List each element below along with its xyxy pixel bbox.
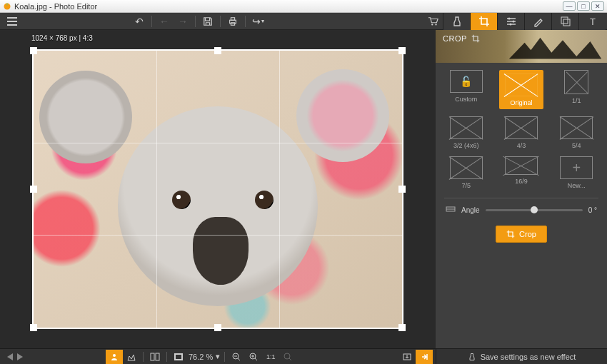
plus-icon: +: [572, 161, 581, 175]
svg-rect-1: [6, 3, 8, 5]
top-toolbar: ↶ ← → ↪▾ T: [0, 13, 607, 30]
save-button[interactable]: [199, 13, 217, 30]
import-button[interactable]: [398, 350, 416, 364]
angle-row: Angle 0 °: [443, 206, 600, 214]
zoom-out-button[interactable]: [228, 350, 245, 364]
crop-handle-sw[interactable]: [30, 324, 37, 331]
crop-handle-s[interactable]: [214, 324, 221, 331]
dimensions-label: 1024 × 768 px | 4:3: [31, 34, 93, 42]
angle-slider[interactable]: [486, 209, 583, 211]
save-effect-button[interactable]: Save settings as new effect: [436, 349, 607, 364]
cart-button[interactable]: [424, 13, 443, 30]
window-title: Koala.jpg - Photo Editor: [14, 2, 97, 11]
window-titlebar: Koala.jpg - Photo Editor — □ ✕: [0, 0, 607, 13]
window-maximize-button[interactable]: □: [577, 1, 590, 11]
export-button[interactable]: ↪▾: [249, 13, 267, 30]
window-close-button[interactable]: ✕: [591, 1, 604, 11]
svg-line-26: [255, 358, 257, 360]
tab-effects[interactable]: [443, 13, 470, 30]
ratio-16-9[interactable]: 16/9: [499, 156, 543, 189]
prev-image-button[interactable]: [7, 353, 13, 360]
app-icon: [3, 2, 11, 11]
ratio-label: New...: [568, 182, 586, 189]
forward-button[interactable]: →: [174, 13, 192, 30]
ratio-1-1[interactable]: 1/1: [554, 70, 598, 109]
panel-header-art: [503, 31, 603, 61]
angle-value: 0 °: [588, 206, 597, 214]
ratio-label: Original: [510, 99, 532, 106]
panel-header: CROP: [436, 30, 607, 63]
tab-text[interactable]: T: [578, 13, 606, 30]
svg-rect-10: [561, 17, 568, 24]
svg-point-5: [431, 24, 433, 25]
ratio-label: 4/3: [517, 142, 526, 149]
svg-rect-19: [176, 355, 181, 359]
compare-button[interactable]: [146, 350, 164, 364]
ratio-original[interactable]: Original: [499, 70, 543, 109]
ratio-4-3[interactable]: 4/3: [499, 116, 543, 149]
mode-tabs: T: [443, 13, 606, 30]
crop-handle-nw[interactable]: [30, 47, 37, 54]
menu-button[interactable]: [1, 13, 23, 30]
unlock-icon: 🔓: [460, 76, 472, 87]
svg-rect-4: [231, 22, 234, 25]
panel-title: CROP: [443, 34, 467, 43]
ratio-label: 3/2 (4x6): [453, 142, 479, 149]
save-effect-label: Save settings as new effect: [481, 353, 576, 361]
crop-button-label: Crop: [519, 230, 536, 238]
crop-handle-w[interactable]: [30, 186, 37, 193]
print-button[interactable]: [224, 13, 242, 30]
crop-icon: [506, 230, 515, 238]
ratio-label: 7/5: [461, 182, 471, 189]
undo-button[interactable]: ↶: [130, 13, 149, 30]
ratio-5-4[interactable]: 5/4: [554, 116, 598, 149]
window-minimize-button[interactable]: —: [563, 1, 576, 11]
ratio-grid: 🔓 Custom Original 1/1 3/2 (4x6) 4: [443, 70, 600, 189]
svg-point-9: [509, 23, 511, 25]
zoom-selection-button[interactable]: [279, 350, 296, 364]
zoom-in-button[interactable]: [245, 350, 262, 364]
svg-point-6: [435, 24, 436, 25]
zoom-fit-button[interactable]: [170, 350, 187, 364]
tab-adjust[interactable]: [497, 13, 524, 30]
zoom-value: 76.2 %: [187, 353, 214, 361]
ratio-label: 16/9: [515, 178, 528, 185]
zoom-dropdown-icon[interactable]: ▾: [214, 352, 221, 361]
histogram-button[interactable]: [123, 350, 140, 364]
crop-handle-e[interactable]: [398, 186, 406, 193]
ratio-7-5[interactable]: 7/5: [444, 156, 488, 189]
crop-handle-ne[interactable]: [398, 47, 406, 54]
ratio-label: 1/1: [572, 97, 581, 104]
ratio-custom[interactable]: 🔓 Custom: [444, 70, 488, 109]
svg-text:T: T: [590, 16, 596, 27]
apply-close-button[interactable]: [416, 350, 433, 364]
back-button[interactable]: ←: [155, 13, 174, 30]
ratio-3-2[interactable]: 3/2 (4x6): [444, 116, 488, 149]
crop-handle-se[interactable]: [398, 324, 406, 331]
svg-line-22: [238, 358, 240, 360]
zoom-100-button[interactable]: 1:1: [262, 350, 279, 364]
crop-button[interactable]: Crop: [496, 226, 547, 243]
crop-title-icon: [471, 34, 480, 44]
ratio-label: Custom: [455, 96, 477, 103]
svg-point-27: [284, 353, 290, 359]
angle-icon: [446, 206, 456, 214]
ratio-new[interactable]: + New...: [554, 156, 598, 189]
next-image-button[interactable]: [17, 353, 23, 360]
svg-point-7: [508, 17, 510, 19]
flask-icon: [468, 353, 476, 361]
angle-thumb[interactable]: [531, 206, 538, 213]
crop-handle-n[interactable]: [214, 47, 221, 54]
photo: [32, 49, 403, 329]
svg-rect-3: [231, 17, 234, 20]
svg-point-8: [512, 20, 514, 22]
svg-rect-11: [563, 19, 570, 26]
image-canvas[interactable]: [32, 49, 403, 329]
svg-line-28: [289, 358, 291, 360]
svg-rect-17: [156, 353, 159, 360]
tab-crop[interactable]: [470, 13, 497, 30]
tab-overlay[interactable]: [551, 13, 578, 30]
angle-label: Angle: [461, 206, 480, 214]
portrait-mode-button[interactable]: [106, 350, 123, 364]
tab-retouch[interactable]: [524, 13, 551, 30]
